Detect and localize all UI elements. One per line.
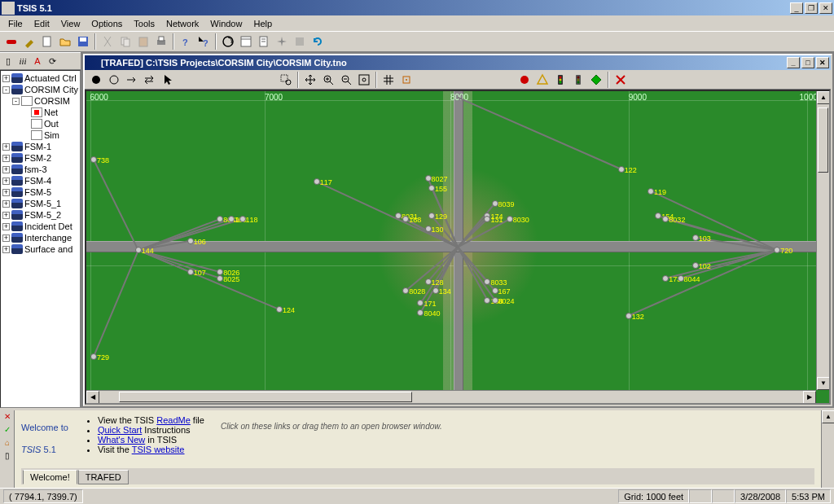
network-node[interactable] <box>484 278 490 285</box>
scroll-up-button[interactable]: ▲ <box>817 91 830 104</box>
pan-icon[interactable] <box>302 72 318 88</box>
network-node[interactable] <box>492 297 498 304</box>
tree-expander[interactable]: + <box>2 189 10 196</box>
tree-item[interactable]: +Incident Det <box>2 221 78 232</box>
tree-expander[interactable]: + <box>2 234 10 242</box>
minimize-button[interactable]: _ <box>790 2 803 14</box>
network-node[interactable] <box>484 216 490 222</box>
tree-item[interactable]: +Actuated Ctrl <box>2 72 78 84</box>
select-tool-icon[interactable] <box>160 72 176 88</box>
welcome-link[interactable]: What's New <box>98 435 145 445</box>
network-canvas[interactable]: 6000 7000 8000 9000 10000 73811780411691… <box>85 90 831 405</box>
zoom-out-icon[interactable] <box>338 72 354 88</box>
menu-window[interactable]: Window <box>205 17 247 30</box>
script-icon[interactable] <box>256 33 272 50</box>
twoway-tool-icon[interactable] <box>142 72 158 88</box>
signal2-icon[interactable] <box>570 72 586 88</box>
network-node[interactable] <box>492 287 498 294</box>
help-icon[interactable]: ? <box>178 33 194 50</box>
network-node[interactable] <box>428 213 435 219</box>
tree-item[interactable]: +FSM-1 <box>2 141 78 152</box>
tree-expander[interactable]: + <box>2 200 10 208</box>
tree-item[interactable]: Net <box>2 107 78 118</box>
output-scroll-up[interactable]: ▲ <box>822 410 834 423</box>
tree-item[interactable]: +Interchange <box>2 232 78 243</box>
refresh-icon[interactable] <box>309 33 326 50</box>
tree-item[interactable]: +FSM-5_2 <box>2 209 78 221</box>
child-close-button[interactable]: ✕ <box>816 57 829 68</box>
horizontal-scrollbar[interactable]: ◀ ▶ <box>86 390 816 403</box>
tree-item[interactable]: +FSM-5_1 <box>2 198 78 209</box>
save-icon[interactable] <box>75 33 91 50</box>
child-maximize-button[interactable]: □ <box>801 57 814 68</box>
scroll-right-button[interactable]: ▶ <box>803 391 816 404</box>
close-button[interactable]: ✕ <box>819 2 832 14</box>
network-node[interactable] <box>507 216 513 222</box>
network-node[interactable] <box>228 216 235 222</box>
paste-icon[interactable] <box>135 33 151 50</box>
home-panel-icon[interactable]: ⌂ <box>2 438 13 449</box>
tab-welcome[interactable]: Welcome! <box>23 470 77 484</box>
child-minimize-button[interactable]: _ <box>787 57 800 68</box>
record-icon[interactable] <box>516 72 533 88</box>
zoom-extents-icon[interactable] <box>356 72 372 88</box>
output-scrollbar[interactable]: ▲ <box>821 410 834 488</box>
network-node[interactable] <box>314 178 320 185</box>
snap-icon[interactable] <box>398 72 415 88</box>
tree-item[interactable]: Sim <box>2 129 78 141</box>
scroll-down-button[interactable]: ▼ <box>817 377 830 390</box>
network-node[interactable] <box>428 185 435 191</box>
tree-item[interactable]: +FSM-2 <box>2 152 78 164</box>
diamond-icon[interactable] <box>588 72 604 88</box>
network-node[interactable] <box>402 287 409 294</box>
menu-view[interactable]: View <box>56 17 86 30</box>
network-node[interactable] <box>425 278 432 285</box>
node-tool-icon[interactable] <box>88 72 104 88</box>
network-node[interactable] <box>425 226 432 232</box>
menu-network[interactable]: Network <box>161 17 204 30</box>
network-node[interactable] <box>618 166 625 173</box>
tree-expander[interactable]: - <box>2 86 10 94</box>
network-node[interactable] <box>662 275 669 282</box>
menu-tools[interactable]: Tools <box>129 17 160 30</box>
tree-item[interactable]: +Surface and <box>2 243 78 255</box>
tree-refresh-icon[interactable]: ⟳ <box>46 55 59 68</box>
tree-expander[interactable]: + <box>2 246 10 253</box>
oneway-tool-icon[interactable] <box>124 72 140 88</box>
stop-icon[interactable] <box>292 33 308 50</box>
tree-item[interactable]: -CORSIM City <box>2 84 78 95</box>
zoom-in-icon[interactable] <box>320 72 336 88</box>
scroll-left-button[interactable]: ◀ <box>86 391 99 404</box>
network-node[interactable] <box>402 216 409 222</box>
tree-expander[interactable]: - <box>12 98 20 105</box>
network-node[interactable] <box>135 247 142 253</box>
network-node[interactable] <box>90 156 97 163</box>
delete-icon[interactable] <box>612 72 629 88</box>
network-node[interactable] <box>655 213 661 219</box>
tree-item[interactable]: +FSM-5 <box>2 186 78 198</box>
menu-help[interactable]: Help <box>248 17 277 30</box>
network-node[interactable] <box>239 216 246 222</box>
menu-file[interactable]: File <box>3 17 28 30</box>
run-icon[interactable] <box>220 33 236 50</box>
welcome-link[interactable]: Quick Start <box>98 425 142 435</box>
link-tool-icon[interactable] <box>106 72 122 88</box>
scroll-thumb-v[interactable] <box>818 107 828 173</box>
welcome-link[interactable]: ReadMe <box>156 415 191 425</box>
network-node[interactable] <box>626 313 632 319</box>
menu-options[interactable]: Options <box>86 17 127 30</box>
network-node[interactable] <box>432 287 439 294</box>
close-panel-icon[interactable]: ✕ <box>2 412 13 423</box>
tree-expander[interactable]: + <box>2 177 10 185</box>
network-node[interactable] <box>90 353 97 360</box>
network-node[interactable] <box>187 238 194 244</box>
network-node[interactable] <box>647 188 654 195</box>
signal-icon[interactable] <box>552 72 568 88</box>
tree-expander[interactable]: + <box>2 155 10 162</box>
tree-font-icon[interactable]: iii <box>16 55 29 68</box>
menu-edit[interactable]: Edit <box>29 17 55 30</box>
tree-item[interactable]: Out <box>2 118 78 129</box>
tree-expander[interactable]: + <box>2 212 10 219</box>
network-node[interactable] <box>692 234 699 241</box>
tree-expander[interactable]: + <box>2 166 10 173</box>
